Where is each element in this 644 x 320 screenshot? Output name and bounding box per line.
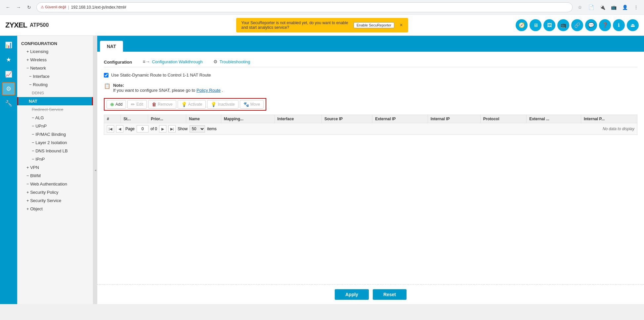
table-header-row: # St... Prior... Name Mapping... Interfa… xyxy=(104,115,637,123)
col-mapping: Mapping... xyxy=(221,115,275,123)
page-input[interactable] xyxy=(137,125,149,133)
sidebar-item-l2iso[interactable]: − Layer 2 Isolation xyxy=(17,138,93,147)
sidebar-item-bwm[interactable]: − BWM xyxy=(17,172,93,180)
remove-button[interactable]: 🗑 Remove xyxy=(148,100,176,109)
logo-model: ATP500 xyxy=(30,22,49,28)
left-nav-favorites[interactable]: ★ xyxy=(2,53,15,66)
sidebar-item-alg[interactable]: − ALG xyxy=(17,114,93,122)
activate-label: Activate xyxy=(188,102,202,107)
sidebar-item-secpolicy[interactable]: + Security Policy xyxy=(17,188,93,196)
tab-troubleshooting[interactable]: ⚙ Troubleshooting xyxy=(208,57,256,67)
reset-button[interactable]: Reset xyxy=(373,289,407,300)
resize-handle[interactable]: ◂ xyxy=(93,36,97,304)
inactivate-button[interactable]: 💡 Inactivate xyxy=(207,100,238,109)
note-box: 📋 Note: If you want to configure SNAT, p… xyxy=(104,83,637,93)
back-button[interactable]: ← xyxy=(3,3,13,12)
move-button[interactable]: 🐾 Move xyxy=(240,100,264,109)
apply-button[interactable]: Apply xyxy=(335,289,369,300)
cast-button[interactable]: 📺 xyxy=(609,3,618,12)
col-name: Name xyxy=(186,115,221,123)
enable-secureporter-button[interactable]: Enable SecuReporter xyxy=(354,22,394,28)
static-dynamic-checkbox[interactable] xyxy=(104,73,108,78)
add-button[interactable]: ⊕ Add xyxy=(107,100,126,109)
next-page-button[interactable]: ▶ xyxy=(159,125,166,133)
sidebar-item-webauth[interactable]: − Web Authentication xyxy=(17,180,93,188)
show-label: Show xyxy=(178,127,188,131)
first-page-button[interactable]: |◀ xyxy=(107,125,114,133)
note-icon: 📋 xyxy=(104,83,110,89)
inactivate-icon: 💡 xyxy=(211,102,216,107)
close-notification-button[interactable]: × xyxy=(400,22,403,28)
bookmark-button[interactable]: ☆ xyxy=(575,3,584,12)
sidebar-item-ddns[interactable]: DDNS xyxy=(17,89,93,97)
activate-button[interactable]: 💡 Activate xyxy=(178,100,206,109)
display-icon-btn[interactable]: 📺 xyxy=(557,19,569,31)
sidebar-item-routing[interactable]: − Routing xyxy=(17,80,93,89)
address-bar[interactable]: ⚠ Güvenli değil | 192.168.10.1/ext-js/in… xyxy=(36,2,573,12)
network-icon-btn[interactable]: 🔗 xyxy=(571,19,583,31)
data-table: # St... Prior... Name Mapping... Interfa… xyxy=(104,115,637,123)
col-internal-port: Internal P... xyxy=(581,115,637,123)
troubleshooting-label: Troubleshooting xyxy=(220,59,250,64)
sidebar-item-secservice[interactable]: + Security Service xyxy=(17,196,93,205)
note-text: If you want to configure SNAT, please go… xyxy=(113,88,195,93)
pagination: |◀ ◀ Page of 0 ▶ ▶| Show 50 100 200 item… xyxy=(104,123,637,135)
image-icon-btn[interactable]: 🖼 xyxy=(543,19,555,31)
forward-button[interactable]: → xyxy=(14,3,23,12)
sidebar-item-object[interactable]: + Object xyxy=(17,205,93,213)
sidebar-item-licensing[interactable]: + Licensing xyxy=(17,47,93,56)
last-page-button[interactable]: ▶| xyxy=(168,125,176,133)
remove-label: Remove xyxy=(158,102,173,107)
bottom-bar: Apply Reset xyxy=(97,284,644,304)
main-layout: 📊 ★ 📈 ⚙ 🔧 CONFIGURATION + Licensing + Wi… xyxy=(0,36,644,304)
edit-button[interactable]: ✏ Edit xyxy=(127,100,147,109)
sidebar-item-ipmac[interactable]: − IP/MAC Binding xyxy=(17,130,93,138)
sidebar-item-upnp[interactable]: − UPnP xyxy=(17,122,93,130)
sidebar-item-network[interactable]: − Network xyxy=(17,64,93,72)
info-icon-btn[interactable]: ℹ xyxy=(613,19,625,31)
move-icon: 🐾 xyxy=(243,102,249,107)
acrobat-button[interactable]: 📄 xyxy=(586,3,596,12)
monitor-icon-btn[interactable]: 🖥 xyxy=(530,19,541,31)
more-button[interactable]: ⋮ xyxy=(631,3,641,12)
extensions-button[interactable]: 🔌 xyxy=(598,3,607,12)
tab-walkthrough[interactable]: ≡→ Configuration Walkthrough xyxy=(137,57,208,67)
col-status: St... xyxy=(121,115,148,123)
wizard-icon-btn[interactable]: 🧭 xyxy=(516,19,528,31)
left-nav-dashboard[interactable]: 📊 xyxy=(2,38,15,52)
sidebar-item-nat[interactable]: NAT xyxy=(17,97,93,105)
col-internal-ip: Internal IP xyxy=(428,115,480,123)
col-protocol: Protocol xyxy=(480,115,526,123)
help-icon-btn[interactable]: ❓ xyxy=(599,19,611,31)
col-interface: Interface xyxy=(275,115,322,123)
sidebar: CONFIGURATION + Licensing + Wireless − N… xyxy=(17,36,93,304)
walkthrough-label: Configuration Walkthrough xyxy=(152,59,202,64)
logout-icon-btn[interactable]: ⏏ xyxy=(627,19,639,31)
edit-label: Edit xyxy=(136,102,143,107)
left-nav-monitor[interactable]: 📈 xyxy=(2,68,15,81)
col-priority: Prior... xyxy=(148,115,186,123)
policy-route-link[interactable]: Policy Route xyxy=(196,88,221,93)
sidebar-item-interface[interactable]: − Interface xyxy=(17,72,93,80)
left-nav-config[interactable]: ⚙ xyxy=(2,82,15,95)
page-label: Page xyxy=(125,127,135,131)
sidebar-item-ipnp[interactable]: − IPnP xyxy=(17,155,93,163)
sidebar-item-vpn[interactable]: + VPN xyxy=(17,163,93,172)
reload-button[interactable]: ↻ xyxy=(24,3,34,12)
checkbox-row: Use Static-Dynamic Route to Control 1-1 … xyxy=(104,73,637,78)
browser-chrome: ← → ↻ ⚠ Güvenli değil | 192.168.10.1/ext… xyxy=(0,0,644,15)
profile-button[interactable]: 👤 xyxy=(620,3,629,12)
sidebar-item-redirect[interactable]: Redirect Service xyxy=(17,105,93,114)
left-nav-maintenance[interactable]: 🔧 xyxy=(2,97,15,110)
prev-page-button[interactable]: ◀ xyxy=(116,125,123,133)
sidebar-item-wireless[interactable]: + Wireless xyxy=(17,56,93,64)
nav-buttons: ← → ↻ xyxy=(3,3,34,12)
activate-icon: 💡 xyxy=(181,102,187,107)
chat-icon-btn[interactable]: 💬 xyxy=(585,19,597,31)
top-icons: 🧭 🖥 🖼 📺 🔗 💬 ❓ ℹ ⏏ xyxy=(516,19,639,31)
sidebar-item-dnslb[interactable]: − DNS Inbound LB xyxy=(17,147,93,155)
items-per-page-select[interactable]: 50 100 200 xyxy=(190,125,205,133)
content: Configuration ≡→ Configuration Walkthrou… xyxy=(97,52,644,284)
nat-tab[interactable]: NAT xyxy=(100,41,123,52)
move-label: Move xyxy=(250,102,260,107)
